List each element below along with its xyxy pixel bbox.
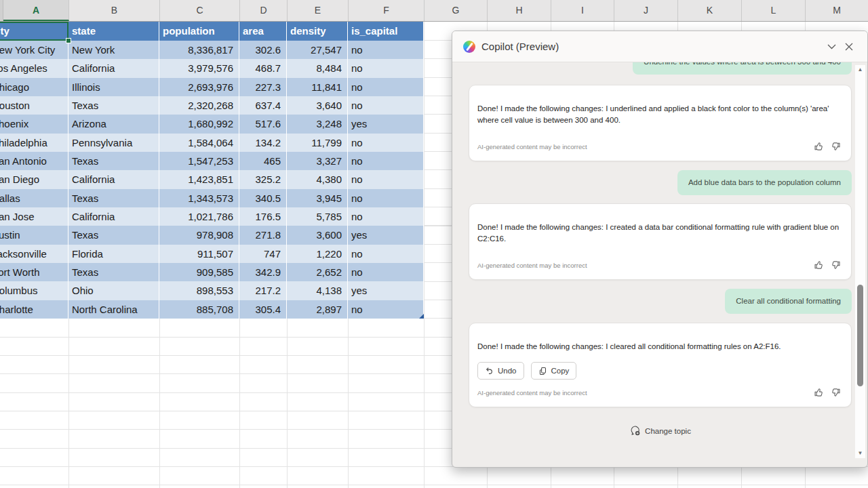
cell-city[interactable]: Phoenix (0, 115, 68, 133)
column-header-L[interactable]: L (742, 0, 806, 21)
cell-state[interactable]: California (68, 207, 159, 226)
cell-area[interactable]: 271.8 (239, 226, 287, 244)
column-header-K[interactable]: K (678, 0, 742, 21)
cell-area[interactable]: 305.4 (239, 300, 287, 319)
cell-area[interactable]: 747 (239, 245, 287, 263)
cell-area[interactable]: 517.6 (239, 115, 287, 133)
cell-density[interactable]: 11,799 (287, 134, 348, 152)
cell-density[interactable]: 27,547 (287, 41, 348, 59)
cell-state[interactable]: North Carolina (68, 300, 159, 319)
cell-population[interactable]: 909,585 (159, 263, 239, 281)
cell-is-capital[interactable]: no (348, 134, 424, 152)
cell-density[interactable]: 4,380 (287, 170, 348, 188)
cell-state[interactable]: Texas (68, 189, 159, 207)
header-cell-population[interactable]: population (159, 22, 239, 41)
cell-population[interactable]: 1,423,851 (159, 170, 239, 188)
cell-city[interactable]: Philadelphia (0, 134, 68, 152)
cell-is-capital[interactable]: no (348, 59, 424, 77)
header-cell-area[interactable]: area (239, 22, 287, 41)
cell-city[interactable]: Houston (0, 96, 68, 115)
thumb-up-icon[interactable] (813, 387, 824, 398)
cell-city[interactable]: Fort Worth (0, 263, 68, 281)
chevron-down-icon[interactable] (823, 38, 840, 56)
cell-area[interactable]: 302.6 (239, 41, 287, 59)
cell-area[interactable]: 468.7 (239, 59, 287, 77)
cell-density[interactable]: 3,327 (287, 152, 348, 170)
cell-state[interactable]: California (68, 170, 159, 188)
cell-state[interactable]: California (68, 59, 159, 77)
thumb-down-icon[interactable] (831, 260, 842, 270)
cell-city[interactable]: San Diego (0, 170, 68, 188)
cell-area[interactable]: 637.4 (239, 96, 287, 115)
cell-city[interactable]: Chicago (0, 78, 68, 96)
cell-is-capital[interactable]: no (348, 263, 424, 281)
selection-fill-handle[interactable] (66, 38, 71, 43)
cell-state[interactable]: Texas (68, 96, 159, 115)
cell-city[interactable]: Charlotte (0, 300, 68, 319)
column-header-B[interactable]: B (69, 0, 160, 21)
cell-area[interactable]: 325.2 (239, 170, 287, 188)
cell-is-capital[interactable]: no (348, 78, 424, 96)
header-cell-city[interactable]: city (0, 22, 68, 41)
cell-is-capital[interactable]: no (348, 245, 424, 263)
cell-density[interactable]: 1,220 (287, 245, 348, 263)
header-cell-is-capital[interactable]: is_capital (348, 22, 424, 41)
cell-state[interactable]: Arizona (68, 115, 159, 133)
cell-density[interactable]: 3,640 (287, 96, 348, 115)
cell-area[interactable]: 217.2 (239, 281, 287, 300)
column-header-F[interactable]: F (349, 0, 425, 21)
panel-scrollbar[interactable]: ▲ ▼ (855, 65, 865, 458)
column-header-J[interactable]: J (614, 0, 678, 21)
copy-button[interactable]: Copy (531, 362, 577, 380)
cell-population[interactable]: 1,680,992 (159, 115, 239, 133)
cell-area[interactable]: 340.5 (239, 189, 287, 207)
header-cell-density[interactable]: density (287, 22, 348, 41)
cell-state[interactable]: Ohio (68, 281, 159, 300)
scrollbar-thumb[interactable] (857, 285, 863, 386)
cell-is-capital[interactable]: yes (348, 226, 424, 244)
cell-population[interactable]: 898,553 (159, 281, 239, 300)
cell-state[interactable]: Texas (68, 263, 159, 281)
cell-city[interactable]: Dallas (0, 189, 68, 207)
cell-population[interactable]: 2,320,268 (159, 96, 239, 115)
cell-density[interactable]: 2,652 (287, 263, 348, 281)
cell-area[interactable]: 465 (239, 152, 287, 170)
cell-area[interactable]: 134.2 (239, 134, 287, 152)
change-topic-button[interactable]: Change topic (469, 425, 852, 436)
cell-density[interactable]: 3,600 (287, 226, 348, 244)
cell-density[interactable]: 11,841 (287, 78, 348, 96)
column-header-C[interactable]: C (160, 0, 240, 21)
cell-state[interactable]: Texas (68, 226, 159, 244)
cell-area[interactable]: 227.3 (239, 78, 287, 96)
cell-state[interactable]: New York (68, 41, 159, 59)
cell-population[interactable]: 1,584,064 (159, 134, 239, 152)
column-header-G[interactable]: G (425, 0, 488, 21)
cell-population[interactable]: 8,336,817 (159, 41, 239, 59)
cell-density[interactable]: 4,138 (287, 281, 348, 300)
cell-density[interactable]: 5,785 (287, 207, 348, 226)
thumb-up-icon[interactable] (813, 141, 824, 152)
cell-population[interactable]: 1,343,573 (159, 189, 239, 207)
cell-is-capital[interactable]: yes (348, 115, 424, 133)
cell-area[interactable]: 176.5 (239, 207, 287, 226)
undo-button[interactable]: Undo (477, 362, 524, 380)
cell-city[interactable]: Los Angeles (0, 59, 68, 77)
cell-is-capital[interactable]: yes (348, 281, 424, 300)
thumb-up-icon[interactable] (813, 260, 824, 270)
column-header-I[interactable]: I (551, 0, 614, 21)
cell-is-capital[interactable]: no (348, 207, 424, 226)
cell-population[interactable]: 1,547,253 (159, 152, 239, 170)
column-header-D[interactable]: D (240, 0, 288, 21)
cell-area[interactable]: 342.9 (239, 263, 287, 281)
close-icon[interactable] (840, 38, 858, 56)
cell-population[interactable]: 911,507 (159, 245, 239, 263)
cell-density[interactable]: 3,945 (287, 189, 348, 207)
scroll-up-icon[interactable]: ▲ (858, 65, 863, 75)
column-header-M[interactable]: M (806, 0, 868, 21)
cell-is-capital[interactable]: no (348, 170, 424, 188)
cell-density[interactable]: 8,484 (287, 59, 348, 77)
cell-is-capital[interactable]: no (348, 41, 424, 59)
cell-is-capital[interactable]: no (348, 96, 424, 115)
cell-population[interactable]: 2,693,976 (159, 78, 239, 96)
cell-density[interactable]: 3,248 (287, 115, 348, 133)
